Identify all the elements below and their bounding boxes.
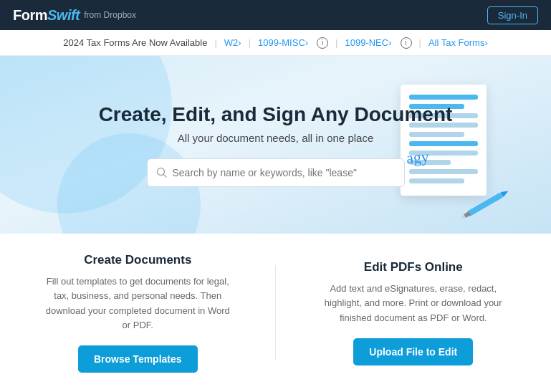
doc-line-10 <box>409 178 464 183</box>
1099misc-link[interactable]: 1099-MISC› <box>258 37 308 48</box>
upload-file-button[interactable]: Upload File to Edit <box>353 338 473 365</box>
bottom-sections: Create Documents Fill out templates to g… <box>0 234 551 392</box>
brand-form-text: Form <box>13 7 47 23</box>
create-documents-section: Create Documents Fill out templates to g… <box>0 234 276 392</box>
doc-line-1 <box>409 95 478 100</box>
signin-button[interactable]: Sign-In <box>487 6 538 24</box>
navbar: FormSwift from Dropbox Sign-In <box>0 0 551 30</box>
all-tax-forms-link[interactable]: All Tax Forms› <box>428 37 488 48</box>
brand-from-text: from Dropbox <box>84 10 136 20</box>
hero-subtitle: All your document needs, all in one plac… <box>178 132 374 144</box>
create-desc: Fill out templates to get documents for … <box>44 274 231 333</box>
separator-2: | <box>249 37 251 48</box>
tax-banner-text: 2024 Tax Forms Are Now Available <box>63 37 207 48</box>
search-bar[interactable] <box>147 158 405 187</box>
hero-section: Create, Edit, and Sign Any Document All … <box>0 56 551 234</box>
doc-line-5 <box>409 132 464 137</box>
brand-logo-area: FormSwift from Dropbox <box>13 7 136 24</box>
hero-title: Create, Edit, and Sign Any Document <box>99 103 453 126</box>
create-title: Create Documents <box>84 253 191 267</box>
1099nec-link[interactable]: 1099-NEC› <box>345 37 391 48</box>
brand-logo: FormSwift <box>13 7 80 24</box>
doc-page: agy <box>401 85 487 196</box>
svg-line-1 <box>163 175 166 178</box>
doc-line-9 <box>409 169 478 174</box>
signature: agy <box>406 148 430 168</box>
w2-link[interactable]: W2› <box>224 37 241 48</box>
document-illustration: agy <box>393 77 508 221</box>
browse-templates-button[interactable]: Browse Templates <box>78 345 198 373</box>
edit-title: Edit PDFs Online <box>364 260 463 274</box>
tax-banner: 2024 Tax Forms Are Now Available | W2› |… <box>0 30 551 56</box>
svg-rect-2 <box>466 192 504 216</box>
info-icon-2[interactable]: i <box>401 37 412 49</box>
search-icon <box>156 167 167 178</box>
brand-swift-text: Swift <box>47 7 80 23</box>
separator-4: | <box>419 37 421 48</box>
search-input[interactable] <box>173 167 396 178</box>
doc-line-6 <box>409 141 478 146</box>
info-icon[interactable]: i <box>317 37 328 49</box>
edit-desc: Add text and eSignatures, erase, redact,… <box>320 282 507 325</box>
separator-3: | <box>335 37 337 48</box>
separator-1: | <box>214 37 216 48</box>
edit-pdfs-section: Edit PDFs Online Add text and eSignature… <box>276 234 552 392</box>
